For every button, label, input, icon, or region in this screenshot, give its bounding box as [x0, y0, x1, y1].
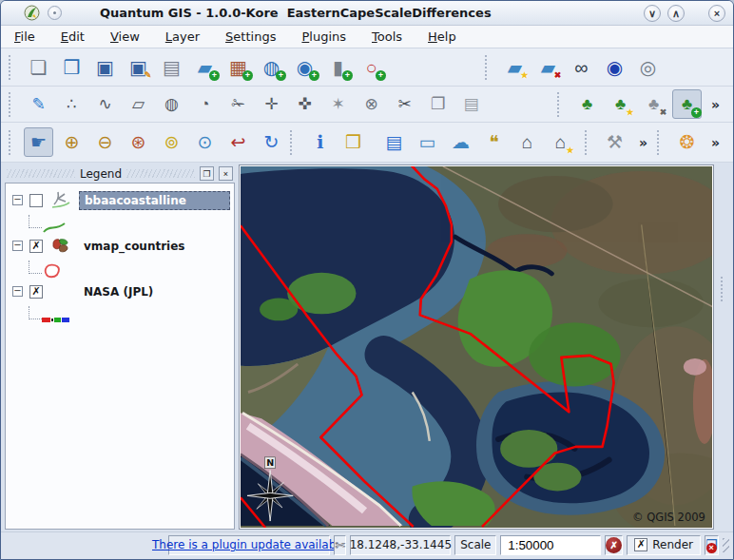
plugins-menu-item[interactable]: Plugins — [301, 29, 346, 44]
toolbar-drag-handle[interactable] — [557, 92, 564, 117]
layer-menu-item[interactable]: Layer — [165, 29, 200, 44]
maximize-button[interactable]: ∧ — [667, 5, 685, 22]
new-project-button[interactable]: ❏ — [24, 52, 53, 82]
measure-line-button[interactable]: ▭ — [413, 127, 442, 157]
cut-features-button[interactable]: ✂ — [390, 89, 419, 119]
remove-layer-button[interactable]: ▰✖ — [533, 52, 563, 82]
show-bookmarks-button[interactable]: ⌂ — [512, 127, 542, 157]
layer-visibility-checkbox[interactable]: ✗ — [29, 240, 43, 253]
open-attribute-table-button[interactable]: ▤ — [379, 127, 409, 157]
toggle-extents-button[interactable]: ✄ — [334, 535, 346, 555]
toolbar-drag-handle[interactable] — [485, 55, 492, 80]
toolbar-overflow-button[interactable]: » — [711, 97, 720, 112]
file-menu-item[interactable]: File — [14, 29, 35, 44]
legend-float-button[interactable]: ❐ — [200, 166, 214, 181]
layer-visibility-checkbox[interactable]: ✗ — [29, 285, 43, 299]
show-all-layers-button[interactable]: ◉ — [600, 52, 629, 82]
simplify-feature-button[interactable]: ✶ — [323, 89, 353, 119]
new-vector-layer-button[interactable]: ▰★ — [500, 52, 530, 82]
scale-input[interactable] — [500, 535, 601, 555]
toolbar-drag-handle[interactable] — [585, 130, 591, 155]
legend-panel-titlebar[interactable]: Legend ❐ × — [5, 164, 235, 183]
identify-features-button[interactable]: ℹ — [305, 127, 335, 157]
new-grass-vector-layer-button[interactable]: ♣★ — [606, 89, 635, 119]
tree-expander-icon[interactable]: − — [12, 195, 23, 205]
toolbar-drag-handle[interactable] — [290, 130, 297, 155]
render-checkbox[interactable]: ✗ — [634, 538, 647, 551]
capture-point-button[interactable]: ∴ — [57, 89, 87, 119]
titlebar[interactable]: Quantum GIS - 1.0.0-Kore EasternCapeScal… — [1, 1, 733, 26]
zoom-last-button[interactable]: ↩ — [223, 127, 253, 157]
zoom-to-selection-button[interactable]: ⊚ — [157, 127, 186, 157]
layer-row-nasa-jpl[interactable]: − ✗ NASA (JPL) — [8, 280, 232, 303]
close-button[interactable]: × — [708, 5, 725, 22]
dock-grip[interactable] — [721, 277, 723, 301]
plugin-update-link[interactable]: There is a plugin update available — [152, 538, 346, 551]
print-composer-button[interactable]: ▤ — [157, 52, 186, 82]
layer-label[interactable]: bbaacoastalline — [79, 191, 230, 210]
toolbar-drag-handle[interactable] — [657, 130, 664, 155]
save-project-as-button[interactable]: ▣✎ — [124, 52, 153, 82]
toolbar-overflow-button[interactable]: » — [639, 135, 647, 150]
window-resize-grip[interactable] — [723, 538, 729, 552]
move-feature-button[interactable]: ✛ — [257, 89, 286, 119]
move-vertex-button[interactable]: ✜ — [290, 89, 319, 119]
refresh-map-button[interactable]: ↻ — [257, 127, 286, 157]
settings-menu-item[interactable]: Settings — [225, 29, 276, 44]
toggle-editing-button[interactable]: ✎ — [24, 89, 53, 119]
measure-area-button[interactable]: ☁ — [446, 127, 475, 157]
pan-map-button[interactable]: ☛ — [24, 127, 53, 157]
new-bookmark-button[interactable]: ⌂★ — [546, 127, 575, 157]
layer-visibility-checkbox[interactable] — [29, 194, 43, 207]
select-features-button[interactable]: ❒ — [338, 127, 368, 157]
zoom-in-button[interactable]: ⊕ — [57, 127, 87, 157]
view-menu-item[interactable]: View — [110, 29, 140, 44]
help-menu-item[interactable]: Help — [428, 29, 456, 44]
projection-button[interactable]: ❒ × — [705, 535, 719, 555]
add-vector-layer-button[interactable]: ▰+ — [190, 52, 220, 82]
layer-label[interactable]: vmap_countries — [79, 238, 190, 255]
edit-menu-item[interactable]: Edit — [61, 29, 85, 44]
legend-close-button[interactable]: × — [219, 166, 233, 181]
stop-rendering-button[interactable]: ✗ — [605, 535, 623, 555]
toolbar-drag-handle[interactable] — [9, 92, 15, 117]
paste-features-button[interactable]: ▤ — [456, 89, 486, 119]
copy-features-button[interactable]: ❐ — [423, 89, 453, 119]
tools-menu-item[interactable]: Tools — [372, 29, 402, 44]
minimize-button[interactable]: ∨ — [644, 5, 661, 22]
zoom-full-extent-button[interactable]: ⊛ — [124, 127, 153, 157]
tree-expander-icon[interactable]: − — [12, 286, 23, 297]
toolbar-overflow-button[interactable]: » — [711, 135, 720, 150]
toolbar-drag-handle[interactable] — [9, 130, 15, 155]
edit-grass-vector-layer-button[interactable]: ♣ — [572, 89, 602, 119]
add-ring-button[interactable]: ◍ — [157, 89, 186, 119]
open-project-button[interactable]: ❒ — [57, 52, 87, 82]
close-grass-mapset-button[interactable]: ♣✖ — [639, 89, 668, 119]
hide-all-layers-button[interactable]: ◎ — [633, 52, 663, 82]
zoom-to-layer-button[interactable]: ⊙ — [190, 127, 220, 157]
color-palette-button[interactable]: ❂ — [672, 127, 702, 157]
layer-row-bbaacoastalline[interactable]: − bbaacoastalline — [8, 188, 232, 212]
open-grass-tools-button[interactable]: ♣+ — [672, 89, 702, 119]
delete-selected-button[interactable]: ⊗ — [357, 89, 386, 119]
map-tips-button[interactable]: ❝ — [479, 127, 509, 157]
add-wms-layer-button[interactable]: ◉+ — [290, 52, 319, 82]
window-menu-button[interactable] — [48, 6, 62, 20]
capture-line-button[interactable]: ∿ — [90, 89, 120, 119]
add-raster-layer-button[interactable]: ▦+ — [223, 52, 253, 82]
layer-label[interactable]: NASA (JPL) — [79, 283, 158, 300]
options-wrench-button[interactable]: ⚒ — [600, 127, 629, 157]
split-features-button[interactable]: ✁ — [223, 89, 253, 119]
tree-expander-icon[interactable]: − — [12, 241, 23, 251]
add-postgis-layer-button[interactable]: ◍+ — [257, 52, 286, 82]
map-canvas[interactable]: N © QGIS 2009 — [239, 164, 714, 530]
zoom-out-button[interactable]: ⊖ — [90, 127, 120, 157]
toolbar-drag-handle[interactable] — [9, 55, 15, 80]
add-gps-layer-button[interactable]: ○+ — [357, 52, 386, 82]
add-island-button[interactable]: ◔ — [190, 89, 220, 119]
layer-row-vmap-countries[interactable]: − ✗ vmap_countries — [8, 234, 232, 258]
add-wfs-layer-button[interactable]: ▮+ — [323, 52, 353, 82]
capture-polygon-button[interactable]: ▱ — [124, 89, 153, 119]
add-to-overview-button[interactable]: ∞ — [567, 52, 596, 82]
save-project-button[interactable]: ▣ — [90, 52, 120, 82]
